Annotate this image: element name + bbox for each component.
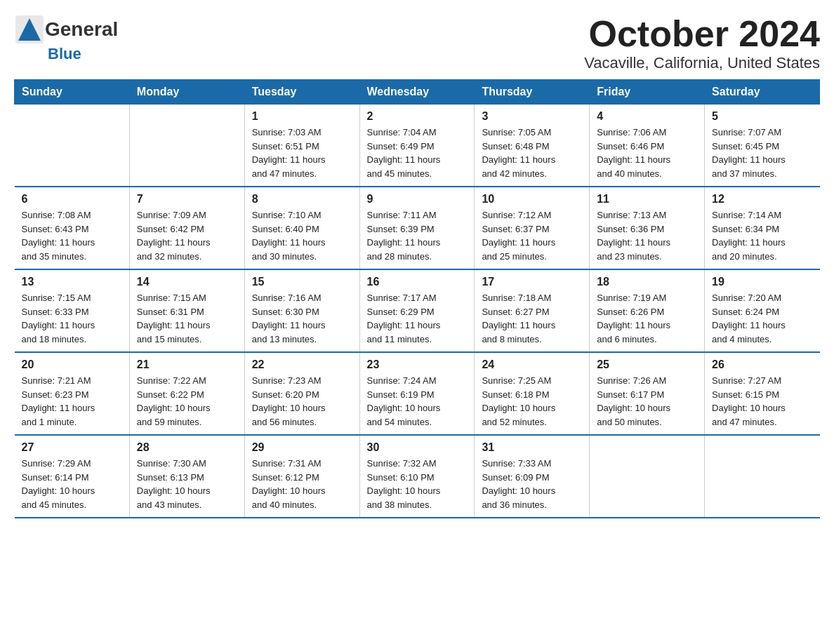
header-day-friday: Friday bbox=[590, 80, 705, 105]
header-day-saturday: Saturday bbox=[705, 80, 820, 105]
day-number: 5 bbox=[712, 110, 812, 123]
day-number: 7 bbox=[137, 193, 237, 206]
page-subtitle: Vacaville, California, United States bbox=[584, 54, 820, 72]
day-number: 14 bbox=[137, 276, 237, 288]
day-number: 15 bbox=[252, 276, 352, 288]
calendar-cell: 22Sunrise: 7:23 AM Sunset: 6:20 PM Dayli… bbox=[244, 352, 359, 435]
day-number: 4 bbox=[597, 110, 697, 123]
calendar-table: SundayMondayTuesdayWednesdayThursdayFrid… bbox=[14, 79, 820, 518]
calendar-cell: 13Sunrise: 7:15 AM Sunset: 6:33 PM Dayli… bbox=[15, 269, 130, 352]
day-info: Sunrise: 7:17 AM Sunset: 6:29 PM Dayligh… bbox=[367, 291, 468, 346]
calendar-cell: 29Sunrise: 7:31 AM Sunset: 6:12 PM Dayli… bbox=[244, 435, 359, 518]
logo-icon bbox=[14, 14, 45, 45]
day-number: 31 bbox=[482, 441, 582, 454]
day-number: 19 bbox=[712, 276, 812, 288]
page-header: General Blue October 2024 Vacaville, Cal… bbox=[14, 14, 820, 72]
day-info: Sunrise: 7:33 AM Sunset: 6:09 PM Dayligh… bbox=[482, 457, 582, 511]
calendar-cell: 18Sunrise: 7:19 AM Sunset: 6:26 PM Dayli… bbox=[590, 269, 705, 352]
calendar-cell: 11Sunrise: 7:13 AM Sunset: 6:36 PM Dayli… bbox=[590, 187, 705, 269]
calendar-cell: 23Sunrise: 7:24 AM Sunset: 6:19 PM Dayli… bbox=[359, 352, 475, 435]
header-day-thursday: Thursday bbox=[475, 80, 590, 105]
calendar-cell: 15Sunrise: 7:16 AM Sunset: 6:30 PM Dayli… bbox=[244, 269, 359, 352]
calendar-cell: 12Sunrise: 7:14 AM Sunset: 6:34 PM Dayli… bbox=[705, 187, 820, 269]
calendar-cell: 8Sunrise: 7:10 AM Sunset: 6:40 PM Daylig… bbox=[244, 187, 359, 269]
day-number: 23 bbox=[367, 358, 468, 371]
day-info: Sunrise: 7:27 AM Sunset: 6:15 PM Dayligh… bbox=[712, 374, 812, 429]
calendar-cell bbox=[129, 105, 244, 187]
day-info: Sunrise: 7:11 AM Sunset: 6:39 PM Dayligh… bbox=[367, 208, 468, 263]
day-info: Sunrise: 7:12 AM Sunset: 6:37 PM Dayligh… bbox=[482, 208, 582, 263]
page-title: October 2024 bbox=[584, 14, 820, 54]
calendar-cell: 6Sunrise: 7:08 AM Sunset: 6:43 PM Daylig… bbox=[15, 187, 130, 269]
day-info: Sunrise: 7:30 AM Sunset: 6:13 PM Dayligh… bbox=[137, 457, 237, 511]
day-info: Sunrise: 7:21 AM Sunset: 6:23 PM Dayligh… bbox=[22, 374, 122, 429]
title-block: October 2024 Vacaville, California, Unit… bbox=[584, 14, 820, 72]
calendar-cell: 2Sunrise: 7:04 AM Sunset: 6:49 PM Daylig… bbox=[359, 105, 475, 187]
day-info: Sunrise: 7:24 AM Sunset: 6:19 PM Dayligh… bbox=[367, 374, 468, 429]
calendar-cell: 19Sunrise: 7:20 AM Sunset: 6:24 PM Dayli… bbox=[705, 269, 820, 352]
day-info: Sunrise: 7:08 AM Sunset: 6:43 PM Dayligh… bbox=[22, 208, 122, 263]
week-row-4: 20Sunrise: 7:21 AM Sunset: 6:23 PM Dayli… bbox=[15, 352, 820, 435]
week-row-5: 27Sunrise: 7:29 AM Sunset: 6:14 PM Dayli… bbox=[15, 435, 820, 518]
day-number: 17 bbox=[482, 276, 582, 288]
header-day-tuesday: Tuesday bbox=[244, 80, 359, 105]
day-info: Sunrise: 7:15 AM Sunset: 6:33 PM Dayligh… bbox=[22, 291, 122, 346]
calendar-cell: 30Sunrise: 7:32 AM Sunset: 6:10 PM Dayli… bbox=[359, 435, 475, 518]
day-number: 29 bbox=[252, 441, 352, 454]
day-info: Sunrise: 7:15 AM Sunset: 6:31 PM Dayligh… bbox=[137, 291, 237, 346]
day-number: 3 bbox=[482, 110, 582, 123]
week-row-3: 13Sunrise: 7:15 AM Sunset: 6:33 PM Dayli… bbox=[15, 269, 820, 352]
header-day-monday: Monday bbox=[129, 80, 244, 105]
day-info: Sunrise: 7:22 AM Sunset: 6:22 PM Dayligh… bbox=[137, 374, 237, 429]
day-number: 1 bbox=[252, 110, 352, 123]
calendar-cell: 10Sunrise: 7:12 AM Sunset: 6:37 PM Dayli… bbox=[475, 187, 590, 269]
day-number: 28 bbox=[137, 441, 237, 454]
day-number: 24 bbox=[482, 358, 582, 371]
day-info: Sunrise: 7:05 AM Sunset: 6:48 PM Dayligh… bbox=[482, 126, 582, 180]
day-number: 11 bbox=[597, 193, 697, 206]
day-number: 8 bbox=[252, 193, 352, 206]
calendar-body: 1Sunrise: 7:03 AM Sunset: 6:51 PM Daylig… bbox=[15, 105, 820, 518]
day-info: Sunrise: 7:10 AM Sunset: 6:40 PM Dayligh… bbox=[252, 208, 352, 263]
calendar-cell: 4Sunrise: 7:06 AM Sunset: 6:46 PM Daylig… bbox=[590, 105, 705, 187]
day-info: Sunrise: 7:07 AM Sunset: 6:45 PM Dayligh… bbox=[712, 126, 812, 180]
calendar-cell: 24Sunrise: 7:25 AM Sunset: 6:18 PM Dayli… bbox=[475, 352, 590, 435]
day-info: Sunrise: 7:20 AM Sunset: 6:24 PM Dayligh… bbox=[712, 291, 812, 346]
week-row-2: 6Sunrise: 7:08 AM Sunset: 6:43 PM Daylig… bbox=[15, 187, 820, 269]
day-info: Sunrise: 7:16 AM Sunset: 6:30 PM Dayligh… bbox=[252, 291, 352, 346]
calendar-cell: 28Sunrise: 7:30 AM Sunset: 6:13 PM Dayli… bbox=[129, 435, 244, 518]
header-row: SundayMondayTuesdayWednesdayThursdayFrid… bbox=[15, 80, 820, 105]
calendar-cell: 31Sunrise: 7:33 AM Sunset: 6:09 PM Dayli… bbox=[475, 435, 590, 518]
day-number: 30 bbox=[367, 441, 468, 454]
logo: General Blue bbox=[14, 14, 118, 63]
day-info: Sunrise: 7:09 AM Sunset: 6:42 PM Dayligh… bbox=[137, 208, 237, 263]
day-info: Sunrise: 7:26 AM Sunset: 6:17 PM Dayligh… bbox=[597, 374, 697, 429]
day-info: Sunrise: 7:04 AM Sunset: 6:49 PM Dayligh… bbox=[367, 126, 468, 180]
calendar-header: SundayMondayTuesdayWednesdayThursdayFrid… bbox=[15, 80, 820, 105]
calendar-cell: 3Sunrise: 7:05 AM Sunset: 6:48 PM Daylig… bbox=[475, 105, 590, 187]
calendar-cell: 27Sunrise: 7:29 AM Sunset: 6:14 PM Dayli… bbox=[15, 435, 130, 518]
calendar-cell: 16Sunrise: 7:17 AM Sunset: 6:29 PM Dayli… bbox=[359, 269, 475, 352]
day-number: 13 bbox=[22, 276, 122, 288]
week-row-1: 1Sunrise: 7:03 AM Sunset: 6:51 PM Daylig… bbox=[15, 105, 820, 187]
day-number: 26 bbox=[712, 358, 812, 371]
day-number: 16 bbox=[367, 276, 468, 288]
calendar-cell: 14Sunrise: 7:15 AM Sunset: 6:31 PM Dayli… bbox=[129, 269, 244, 352]
header-day-sunday: Sunday bbox=[15, 80, 130, 105]
day-number: 6 bbox=[22, 193, 122, 206]
calendar-cell: 26Sunrise: 7:27 AM Sunset: 6:15 PM Dayli… bbox=[705, 352, 820, 435]
header-day-wednesday: Wednesday bbox=[359, 80, 475, 105]
calendar-cell: 1Sunrise: 7:03 AM Sunset: 6:51 PM Daylig… bbox=[244, 105, 359, 187]
calendar-cell bbox=[590, 435, 705, 518]
calendar-cell: 21Sunrise: 7:22 AM Sunset: 6:22 PM Dayli… bbox=[129, 352, 244, 435]
day-number: 10 bbox=[482, 193, 582, 206]
day-number: 2 bbox=[367, 110, 468, 123]
day-number: 27 bbox=[22, 441, 122, 454]
day-info: Sunrise: 7:18 AM Sunset: 6:27 PM Dayligh… bbox=[482, 291, 582, 346]
day-info: Sunrise: 7:25 AM Sunset: 6:18 PM Dayligh… bbox=[482, 374, 582, 429]
day-info: Sunrise: 7:13 AM Sunset: 6:36 PM Dayligh… bbox=[597, 208, 697, 263]
day-info: Sunrise: 7:31 AM Sunset: 6:12 PM Dayligh… bbox=[252, 457, 352, 511]
day-number: 22 bbox=[252, 358, 352, 371]
logo-general-text: General bbox=[45, 18, 118, 41]
day-info: Sunrise: 7:19 AM Sunset: 6:26 PM Dayligh… bbox=[597, 291, 697, 346]
